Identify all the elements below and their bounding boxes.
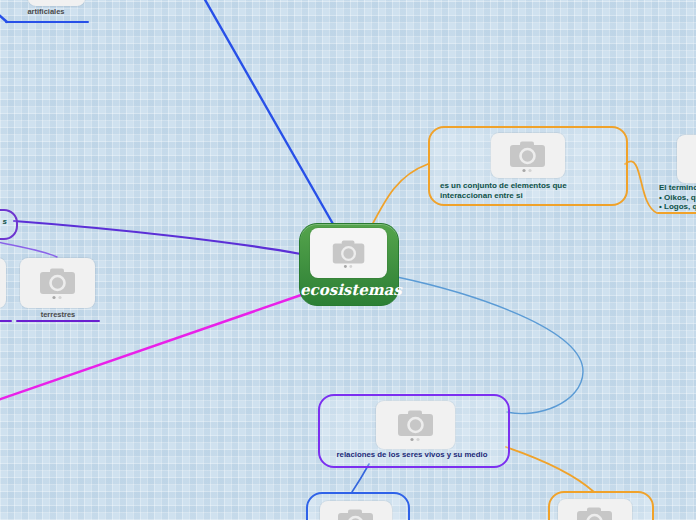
camera-icon [575, 505, 615, 520]
image-placeholder[interactable] [320, 501, 392, 520]
link-relations-to-bottom-right [506, 447, 594, 492]
image-placeholder[interactable] [376, 401, 455, 449]
node-label: s [0, 211, 16, 226]
camera-icon [508, 139, 548, 173]
node-center-ecosistemas[interactable]: ecosistemas [299, 223, 399, 306]
camera-icon [331, 238, 367, 269]
image-placeholder[interactable] [20, 258, 95, 308]
node-label: relaciones de los seres vivos y su medio [322, 450, 502, 459]
image-placeholder[interactable] [310, 228, 387, 278]
topic-underline [657, 212, 696, 214]
link-top-to-center [204, 0, 333, 224]
image-placeholder[interactable] [28, 0, 85, 6]
node-label: ecosistemas [300, 281, 398, 299]
topic-underline [5, 21, 89, 23]
link-center-to-definition [371, 164, 428, 227]
node-label: terrestres [15, 310, 101, 319]
image-placeholder[interactable] [0, 258, 6, 308]
link-definition-to-etymology [625, 161, 657, 213]
etymology-line: El termino E [659, 183, 696, 193]
link-pill-to-center [14, 221, 301, 254]
etymology-line: • Logos, que [659, 202, 696, 212]
camera-icon [38, 266, 78, 300]
link-to-terrestres [0, 242, 57, 257]
image-placeholder[interactable] [558, 499, 632, 520]
image-placeholder[interactable] [677, 135, 696, 183]
node-label: artificiales [0, 7, 92, 16]
topic-underline [16, 320, 100, 322]
mindmap-canvas[interactable]: artificiales s terrestres [0, 0, 696, 520]
camera-icon [336, 507, 376, 520]
node-label: es un conjunto de elementos que interacc… [440, 181, 592, 200]
topic-underline [0, 320, 12, 322]
link-relations-to-bottom-center [352, 464, 369, 492]
node-label: El termino E • Oikos, que • Logos, que [659, 183, 696, 212]
image-placeholder[interactable] [491, 133, 565, 178]
etymology-line: • Oikos, que [659, 193, 696, 203]
camera-icon [396, 408, 436, 442]
